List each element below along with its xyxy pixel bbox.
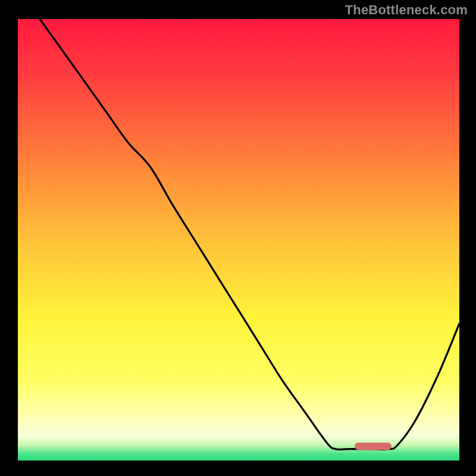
chart-svg [18, 19, 459, 461]
attribution-text: TheBottleneck.com [345, 2, 468, 18]
chart-wrapper: TheBottleneck.com [0, 0, 476, 476]
optimal-range-marker [355, 443, 392, 450]
gradient-background [18, 19, 459, 461]
plot-area [18, 19, 459, 461]
